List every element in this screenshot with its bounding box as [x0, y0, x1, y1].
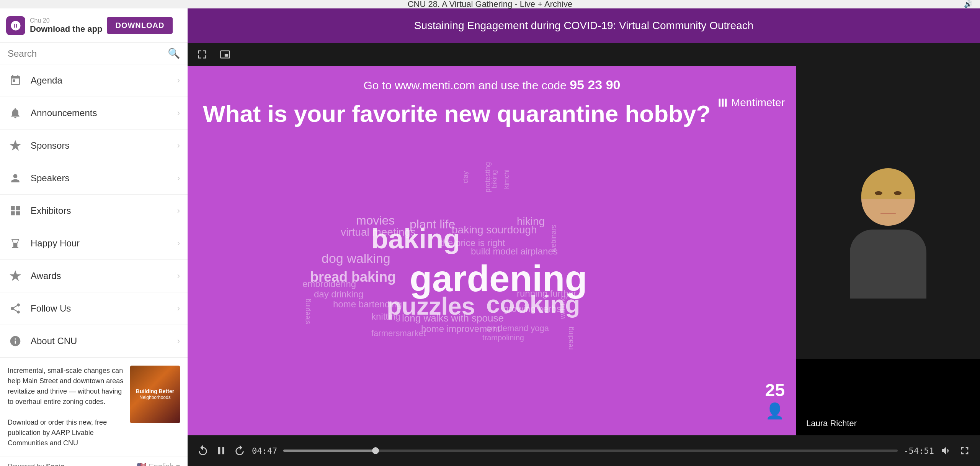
sidebar-item-happy-hour[interactable]: Happy Hour ›: [0, 227, 188, 260]
window-title-bar: CNU 28. A Virtual Gathering - Live + Arc…: [0, 0, 980, 8]
word-webinars: webinars: [550, 225, 558, 252]
sidebar-item-follow-us[interactable]: Follow Us ›: [0, 292, 188, 325]
word-dog-walking: dog walking: [322, 251, 390, 266]
exhibitors-icon: [8, 203, 23, 218]
agenda-arrow: ›: [177, 75, 180, 85]
exhibitors-arrow: ›: [177, 206, 180, 216]
word-build-model: build model airplanes: [471, 246, 558, 257]
slide-question: What is your favorite new quarantine hob…: [203, 100, 710, 127]
menti-code-number: 95 23 90: [570, 77, 620, 92]
awards-arrow: ›: [177, 271, 180, 281]
word-long-walks: long walks with spouse: [402, 312, 504, 324]
word-reading: reading: [567, 327, 575, 350]
happy-hour-label: Happy Hour: [31, 238, 170, 249]
announcements-label: Announcements: [31, 108, 170, 118]
word-walking: walking: [559, 296, 567, 319]
speaker-head: [861, 172, 915, 226]
word-sleeping: sleeping: [304, 299, 312, 324]
participant-count: 25 👤: [765, 380, 785, 420]
happy-hour-arrow: ›: [177, 238, 180, 248]
person-icon: 👤: [765, 402, 785, 420]
mentimeter-logo: Mentimeter: [717, 97, 785, 109]
volume-button[interactable]: [940, 445, 952, 457]
exhibitors-label: Exhibitors: [31, 205, 170, 216]
speakers-icon: [8, 171, 23, 186]
follow-us-label: Follow Us: [31, 303, 170, 314]
time-remaining: -54:51: [904, 446, 934, 456]
menti-code: Go to www.menti.com and use the code 95 …: [364, 77, 621, 92]
happy-hour-icon: [8, 236, 23, 251]
powered-by-bar: Powered by Socio 🇺🇸 English ▾: [0, 456, 188, 466]
word-virtual-meetings: virtual meetings: [341, 226, 416, 238]
download-button[interactable]: DOWNLOAD: [107, 17, 173, 34]
resize-icon[interactable]: [194, 46, 211, 63]
progress-knob[interactable]: [372, 447, 379, 454]
speaker-video-panel: Laura Richter: [796, 43, 980, 435]
word-movies: movies: [356, 213, 395, 228]
sponsors-label: Sponsors: [31, 140, 170, 151]
svg-rect-0: [719, 99, 720, 107]
speaker-body: [850, 230, 926, 299]
count-number: 25: [765, 380, 785, 400]
video-toolbar: [188, 43, 796, 66]
promo-text: Incremental, small-scale changes can hel…: [8, 366, 124, 448]
speaker-hair: [861, 168, 915, 199]
sidebar-item-agenda[interactable]: Agenda ›: [0, 64, 188, 97]
app-name: Chu 20: [30, 17, 102, 24]
fullscreen-button[interactable]: [959, 445, 971, 457]
awards-label: Awards: [31, 271, 170, 281]
window-title: CNU 28. A Virtual Gathering - Live + Arc…: [408, 0, 573, 9]
session-title: Sustaining Engagement during COVID-19: V…: [414, 20, 754, 32]
window-controls: 🔊: [964, 0, 972, 8]
sidebar-item-announcements[interactable]: Announcements ›: [0, 97, 188, 130]
picture-in-picture-icon[interactable]: [217, 46, 234, 63]
search-bar[interactable]: 🔍: [0, 43, 188, 64]
about-arrow: ›: [177, 336, 180, 346]
about-icon: [8, 333, 23, 349]
word-clay: clay: [462, 171, 470, 183]
chevron-down-icon: ▾: [176, 462, 180, 466]
awards-icon: [8, 268, 23, 284]
sponsors-arrow: ›: [177, 141, 180, 151]
main-content: Go to www.menti.com and use the code 95 …: [188, 43, 980, 435]
presentation-area: Go to www.menti.com and use the code 95 …: [188, 43, 796, 435]
video-controls: 04:47 -54:51: [188, 435, 980, 466]
word-trampolining: trampolining: [482, 333, 524, 342]
speaker-silhouette: [831, 172, 946, 306]
replay-button[interactable]: [197, 445, 209, 457]
word-knitting: knitting: [371, 311, 400, 322]
sidebar-item-exhibitors[interactable]: Exhibitors ›: [0, 195, 188, 227]
follow-us-arrow: ›: [177, 304, 180, 313]
progress-bar[interactable]: [283, 450, 897, 452]
socio-brand: Socio: [46, 463, 65, 466]
word-plant-life: plant life: [410, 217, 455, 231]
promo-banner: Incremental, small-scale changes can hel…: [0, 358, 188, 456]
word-home-bartending: home bartending: [333, 299, 402, 310]
speakers-label: Speakers: [31, 173, 170, 184]
svg-rect-2: [725, 99, 727, 107]
forward-button[interactable]: [234, 445, 246, 457]
follow-us-icon: [8, 301, 23, 316]
flag-icon: 🇺🇸: [137, 462, 146, 466]
word-farmersmarket: farmersmarket: [371, 328, 426, 338]
sidebar-item-sponsors[interactable]: Sponsors ›: [0, 130, 188, 162]
agenda-icon: [8, 73, 23, 88]
pause-button[interactable]: [215, 445, 227, 457]
language-selector[interactable]: 🇺🇸 English ▾: [137, 462, 180, 466]
search-icon: 🔍: [168, 48, 180, 59]
session-title-bar: Sustaining Engagement during COVID-19: V…: [188, 8, 980, 43]
language-label: English: [149, 462, 174, 466]
sidebar-item-speakers[interactable]: Speakers ›: [0, 162, 188, 195]
audio-icon: 🔊: [964, 0, 972, 8]
search-input[interactable]: [8, 48, 164, 59]
nav-list: Agenda › Announcements › Sponsors › Spea…: [0, 64, 188, 358]
download-bar: Chu 20 Download the app DOWNLOAD: [0, 8, 188, 43]
powered-by-text: Powered by Socio: [8, 463, 65, 466]
sidebar-item-awards[interactable]: Awards ›: [0, 260, 188, 292]
word-kimchi: kimchi: [503, 169, 511, 189]
sidebar-item-about[interactable]: About CNU ›: [0, 325, 188, 358]
sidebar: CNU28 CNU 28. A Virtual Gathering - Live…: [0, 43, 188, 466]
mentimeter-brand: Mentimeter: [731, 97, 785, 109]
word-embroidering: embroidering: [302, 279, 356, 289]
agenda-label: Agenda: [31, 75, 170, 86]
